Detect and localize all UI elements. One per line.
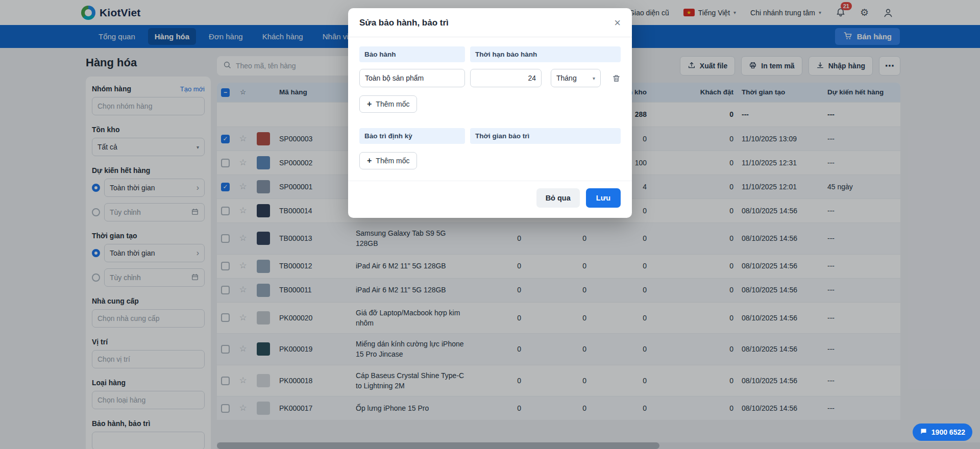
warranty-duration-input[interactable] [470,69,542,87]
support-chat-button[interactable]: 1900 6522 [913,423,972,441]
plus-icon: + [367,156,372,165]
maintenance-section-header: Bảo trì định kỳ Thời gian bảo trì [359,128,621,144]
chat-bubble-icon [920,428,927,437]
close-icon[interactable]: × [614,17,621,29]
plus-icon: + [367,99,372,109]
app-root: KiotViet Giao diện cũ ★ Tiếng Việt ▾ Chi… [0,0,980,449]
maintenance-time-column-label: Thời gian bảo trì [470,128,621,144]
trash-icon[interactable] [612,74,621,83]
add-warranty-milestone-button[interactable]: + Thêm mốc [359,95,417,113]
warranty-scope-input[interactable] [359,69,465,87]
warranty-section-header: Bảo hành Thời hạn bảo hành [359,46,621,62]
warranty-unit-select[interactable]: Tháng ▾ [551,69,601,87]
support-phone: 1900 6522 [932,428,965,436]
modal-title: Sửa bảo hành, bảo trì [359,18,449,28]
chevron-down-icon: ▾ [593,76,595,81]
warranty-row: Tháng ▾ [359,69,621,87]
warranty-duration-column-label: Thời hạn bảo hành [470,46,621,62]
save-button[interactable]: Lưu [586,188,621,208]
maintenance-column-label: Bảo trì định kỳ [359,128,465,144]
add-maintenance-milestone-button[interactable]: + Thêm mốc [359,152,417,169]
warranty-column-label: Bảo hành [359,46,465,62]
cancel-button[interactable]: Bỏ qua [536,188,580,208]
edit-warranty-modal: Sửa bảo hành, bảo trì × Bảo hành Thời hạ… [348,8,632,218]
